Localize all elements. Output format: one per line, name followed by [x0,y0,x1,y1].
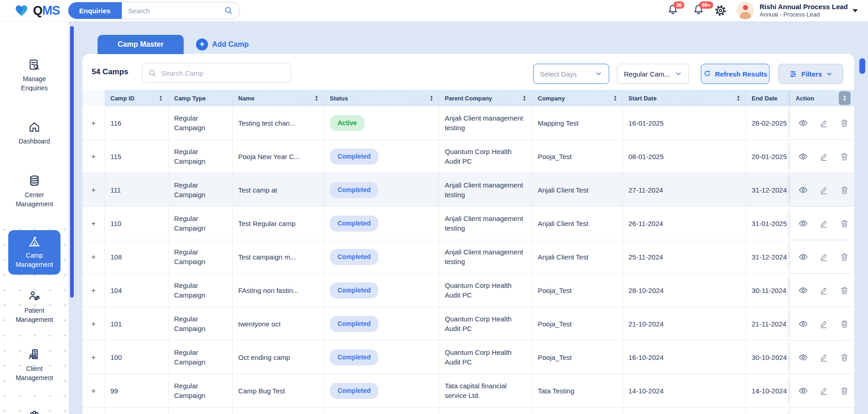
expand-row-button[interactable]: + [82,240,105,273]
cell-status: Completed [324,341,439,374]
view-button[interactable] [798,319,808,329]
table-row: +99Regular CampaignCamp Bug TestComplete… [82,374,854,408]
vertical-scrollbar-thumb-left[interactable] [70,26,74,298]
delete-button[interactable] [840,286,849,295]
toolbar: 54 Camps Select Days Regular Cam... [82,54,854,90]
trash-icon [840,152,849,161]
view-button[interactable] [798,219,808,228]
filters-button[interactable]: Filters [778,64,843,84]
column-header-parent[interactable]: Parent Company▲▼ [439,90,532,106]
refresh-results-button[interactable]: Refresh Results [701,64,770,84]
sidebar-item-client-management[interactable]: Client Management [0,348,69,382]
delete-button[interactable] [840,219,849,228]
view-button[interactable] [798,152,808,161]
row-actions [796,353,849,362]
sidebar-item-reports[interactable]: Reports [0,409,69,414]
column-header-id[interactable]: Camp ID▲▼ [105,90,169,106]
edit-button[interactable] [819,353,829,362]
edit-icon [819,252,829,262]
edit-button[interactable] [819,252,829,262]
status-badge: Completed [330,349,378,365]
user-menu-caret-icon[interactable] [852,9,858,12]
vertical-scrollbar-thumb-right[interactable] [859,58,865,74]
edit-button[interactable] [819,152,829,161]
sort-icon[interactable]: ▲▼ [523,95,526,101]
table-row: +115Regular CampaignPooja New Year C...C… [82,140,854,173]
view-button[interactable] [798,252,808,262]
sidebar-item-manage-enquiries[interactable]: Manage Enquiries [0,58,69,93]
cell-parent: Anjali Client management testing [439,240,532,273]
cell-status [324,408,439,414]
edit-button[interactable] [819,386,829,396]
delete-button[interactable] [840,152,849,161]
camp-search-input[interactable] [161,69,285,77]
tab-camp-master[interactable]: Camp Master [98,35,184,54]
notification-bell-2[interactable]: 99+ [693,3,706,18]
sidebar-item-patient-management[interactable]: Patient Management [0,290,69,324]
column-header-start[interactable]: Start Date▲▼ [623,90,746,106]
edit-button[interactable] [819,219,829,228]
expand-row-button[interactable]: + [82,341,105,374]
column-header-company[interactable]: Company▲▼ [532,90,623,106]
expand-row-button[interactable]: + [82,140,105,173]
search-icon[interactable] [224,6,233,15]
campaign-type-dropdown[interactable]: Regular Cam... [617,64,689,84]
edit-button[interactable] [819,118,829,128]
expand-row-button[interactable]: + [82,173,105,206]
view-button[interactable] [798,353,808,362]
header-right-cluster: 36 99+ Rishi Annual Process Lead Annual … [667,2,858,19]
clients-icon [28,348,41,361]
view-button[interactable] [798,185,808,195]
sidebar-item-center-management[interactable]: Center Management [0,174,69,209]
delete-button[interactable] [840,185,849,195]
sidebar-item-dashboard[interactable]: Dashboard [0,121,69,146]
column-header-status[interactable]: Status▲▼ [324,90,439,106]
sidebar-item-camp-management[interactable]: Camp Management [8,230,60,275]
eye-icon [798,185,808,195]
column-header-name[interactable]: Name▲▼ [233,90,324,106]
sort-icon[interactable]: ▲▼ [737,95,740,101]
cell-status: Completed [324,274,439,307]
notification-bell-1[interactable]: 36 [667,3,681,18]
view-button[interactable] [798,386,808,396]
add-camp-button[interactable]: + Add Camp [196,39,249,50]
delete-button[interactable] [840,319,849,329]
enquiries-button[interactable]: Enquiries [68,2,122,19]
sort-icon[interactable]: ▲▼ [613,95,617,101]
select-days-dropdown[interactable]: Select Days [533,64,609,84]
sort-icon[interactable]: ▲▼ [430,95,433,101]
cell-start: 16-01-2025 [623,106,746,139]
view-button[interactable] [798,118,808,128]
view-button[interactable] [798,286,808,295]
sort-icon[interactable]: ▲▼ [315,95,318,101]
table-scroll-toggle-button[interactable] [839,91,851,105]
cell-parent: Quantum Corp Health Audit PC [439,341,532,374]
delete-button[interactable] [840,386,849,396]
expand-row-button[interactable]: + [82,374,105,407]
row-actions [796,219,849,228]
edit-button[interactable] [819,185,829,195]
sort-icon[interactable]: ▲▼ [159,95,163,101]
cell-id: 111 [105,173,169,206]
cell-id: 110 [105,207,169,240]
delete-button[interactable] [840,118,849,128]
expand-row-button[interactable]: + [82,307,105,340]
edit-icon [819,219,829,228]
edit-button[interactable] [819,319,829,329]
sidebar-item-label: Center Management [9,190,60,209]
cell-company: Pooja_Test [532,140,623,173]
cell-end: 30-10-2024 [746,341,790,374]
table-row: +111Regular CampaignTest camp atComplete… [82,173,854,207]
avatar[interactable] [737,2,754,19]
cell-company [532,408,623,414]
settings-gear-button[interactable] [715,5,726,17]
delete-button[interactable] [840,252,849,262]
sidebar-item-label: Manage Enquiries [9,74,60,93]
global-search-input[interactable] [122,7,224,15]
edit-button[interactable] [819,286,829,295]
expand-row-button[interactable]: + [82,207,105,240]
delete-button[interactable] [840,353,849,362]
expand-row-button[interactable]: + [82,274,105,307]
expand-row-button[interactable]: + [82,106,105,139]
edit-icon [819,185,829,195]
